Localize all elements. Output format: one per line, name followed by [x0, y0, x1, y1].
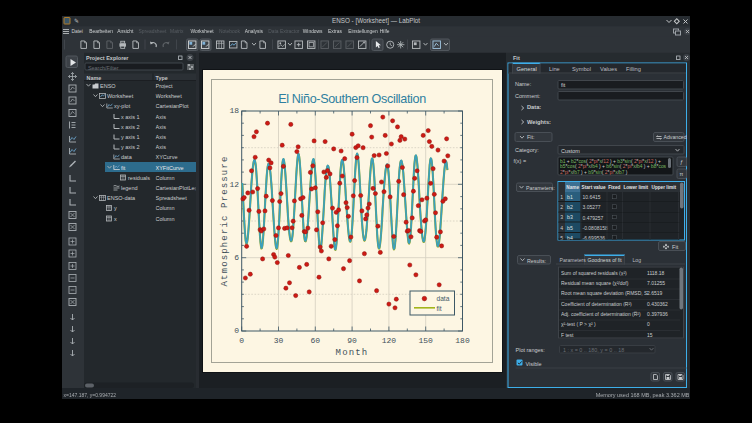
svg-text:0: 0	[234, 326, 239, 335]
svg-text:Month: Month	[336, 348, 369, 358]
svg-text:fit: fit	[437, 305, 442, 312]
svg-text:12: 12	[229, 180, 239, 189]
svg-text:6: 6	[234, 253, 239, 262]
svg-text:El Niño-Southern Oscillation: El Niño-Southern Oscillation	[278, 92, 426, 106]
svg-text:Atmospheric Pressure: Atmospheric Pressure	[220, 155, 230, 286]
svg-text:150: 150	[418, 336, 433, 345]
svg-text:0: 0	[239, 336, 244, 345]
svg-text:18: 18	[229, 106, 239, 115]
svg-text:90: 90	[347, 336, 357, 345]
svg-text:120: 120	[382, 336, 397, 345]
svg-text:60: 60	[310, 336, 320, 345]
svg-text:180: 180	[455, 336, 470, 345]
svg-text:data: data	[437, 295, 450, 302]
svg-text:30: 30	[274, 336, 284, 345]
